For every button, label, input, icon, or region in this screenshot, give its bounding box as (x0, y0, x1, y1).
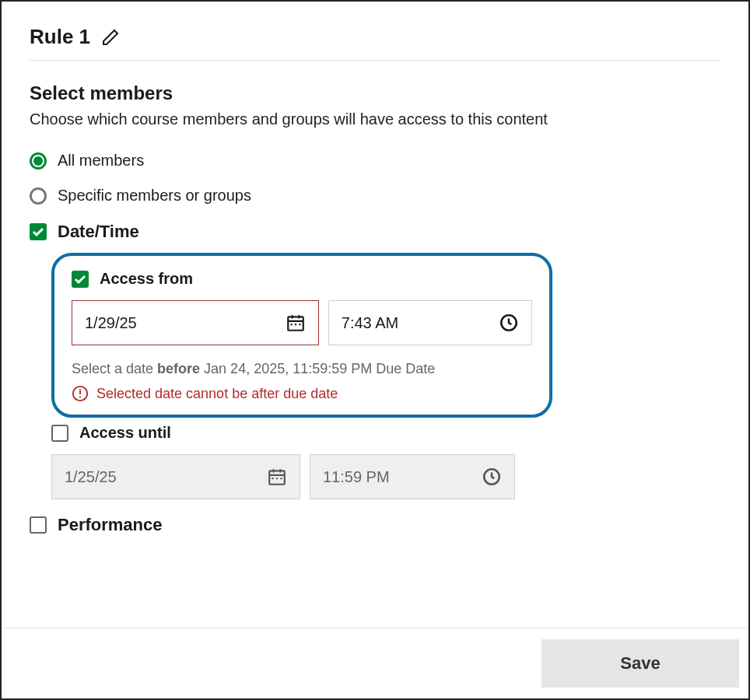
time-value: 7:43 AM (342, 314, 398, 332)
radio-icon (30, 152, 47, 170)
svg-rect-8 (272, 478, 274, 479)
svg-rect-2 (295, 324, 296, 325)
save-button[interactable]: Save (541, 639, 739, 688)
datetime-label: Date/Time (58, 222, 139, 242)
svg-rect-10 (280, 478, 282, 479)
access-from-hint: Select a date before Jan 24, 2025, 11:59… (72, 361, 532, 377)
access-until-label: Access until (79, 424, 171, 442)
access-from-time-input[interactable]: 7:43 AM (328, 300, 532, 345)
rule-title: Rule 1 (30, 25, 90, 49)
checkbox-icon (72, 271, 89, 288)
calendar-icon (286, 313, 306, 333)
select-members-title: Select members (30, 82, 720, 104)
access-from-toggle[interactable]: Access from (72, 270, 532, 288)
performance-label: Performance (58, 515, 163, 535)
radio-label: Specific members or groups (58, 187, 251, 205)
radio-all-members[interactable]: All members (30, 152, 720, 170)
date-value: 1/25/25 (65, 468, 117, 486)
svg-rect-9 (276, 478, 278, 479)
radio-icon (30, 187, 47, 205)
footer: Save (2, 628, 748, 698)
date-value: 1/29/25 (85, 314, 137, 332)
radio-label: All members (58, 152, 144, 170)
pencil-icon (101, 28, 120, 47)
checkbox-icon (30, 223, 47, 240)
access-until-date-input[interactable]: 1/25/25 (51, 454, 300, 499)
access-from-block: Access from 1/29/25 7:43 AM Select a dat… (51, 253, 552, 418)
access-until-time-input[interactable]: 11:59 PM (310, 454, 515, 499)
access-from-label: Access from (100, 270, 193, 288)
clock-icon (482, 467, 502, 487)
access-until-toggle[interactable]: Access until (51, 424, 720, 442)
svg-rect-0 (288, 317, 303, 330)
time-value: 11:59 PM (323, 468, 390, 486)
access-from-error: Selected date cannot be after due date (72, 385, 532, 402)
svg-point-6 (79, 396, 81, 397)
svg-rect-3 (299, 324, 300, 325)
error-text: Selected date cannot be after due date (96, 386, 338, 402)
performance-toggle[interactable]: Performance (30, 515, 720, 535)
svg-rect-1 (290, 324, 292, 325)
select-members-description: Choose which course members and groups w… (30, 110, 720, 128)
edit-rule-button[interactable] (100, 26, 121, 48)
checkbox-icon (51, 425, 68, 442)
radio-specific-members[interactable]: Specific members or groups (30, 187, 720, 205)
rule-header: Rule 1 (30, 25, 720, 61)
datetime-toggle[interactable]: Date/Time (30, 222, 720, 242)
calendar-icon (267, 467, 287, 487)
access-from-date-input[interactable]: 1/29/25 (72, 300, 319, 345)
clock-icon (499, 313, 519, 333)
alert-icon (72, 385, 89, 402)
checkbox-icon (30, 516, 47, 534)
